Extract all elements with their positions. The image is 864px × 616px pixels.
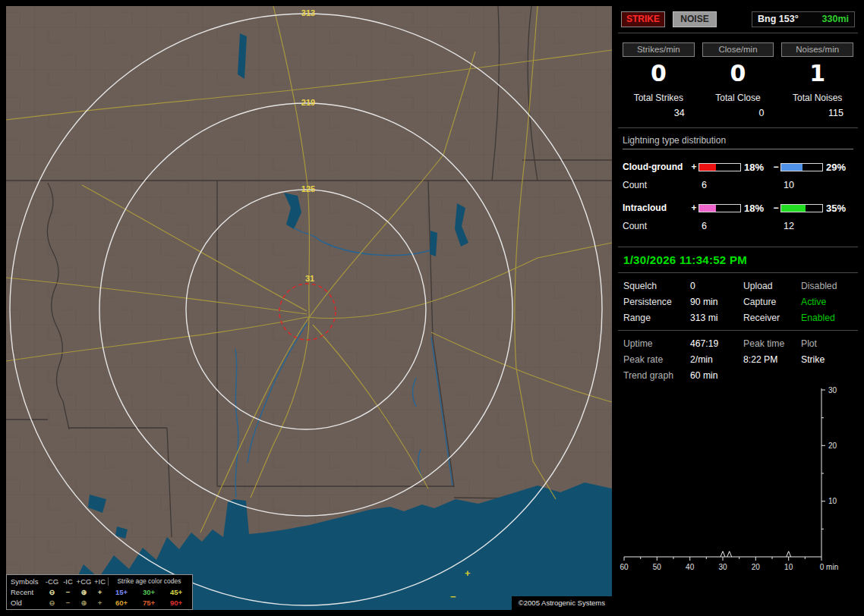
legend-old-row: Old ⊖ − ⊕ + 60+ 75+ 90+: [11, 599, 188, 607]
strikes-per-min-label: Strikes/min: [623, 42, 695, 57]
range-ring-label-125: 125: [301, 184, 315, 193]
total-strikes-value: 34: [623, 108, 695, 118]
peak-rate-label: Peak rate: [623, 354, 690, 365]
bearing-range-value: 330mi: [822, 14, 849, 24]
datetime-readout: 1/30/2026 11:34:52 PM: [618, 247, 858, 273]
bearing-readout: Bng 153° 330mi: [752, 11, 855, 27]
cg-positive-pct: 18%: [741, 162, 771, 173]
ic-negative-bar: [780, 204, 823, 212]
cg-positive-count: 6: [698, 180, 741, 190]
legend-col-neg-cg: -CG: [44, 577, 60, 586]
receiver-status: Enabled: [801, 313, 853, 323]
ic-positive-count: 6: [698, 221, 741, 231]
total-close-label: Total Close: [702, 93, 774, 103]
cloud-ground-row: Cloud-ground + 18% − 29%: [623, 158, 853, 176]
trend-x-tick-label: 50: [653, 563, 662, 571]
noises-per-min-value: 1: [781, 60, 853, 86]
count-label: Count: [623, 221, 689, 231]
trend-tick-marks: [624, 390, 825, 561]
trend-x-tick-label: 20: [752, 563, 761, 571]
neg-cg-symbol: ⊖: [44, 588, 60, 596]
total-close-value: 0: [702, 108, 774, 118]
cloud-ground-count-row: Count 6 10: [623, 176, 853, 194]
trend-y-tick-label: 10: [828, 497, 837, 505]
age-code-90: 90+: [162, 599, 190, 607]
trend-x-tick-label: 30: [718, 563, 727, 571]
stats-section: Uptime 467:19 Peak time Plot Peak rate 2…: [618, 331, 858, 384]
trend-y-tick-label: 30: [828, 386, 837, 394]
legend-col-neg-ic: -IC: [60, 577, 76, 586]
capture-status: Active: [801, 297, 853, 307]
neg-ic-symbol: −: [60, 588, 76, 596]
age-code-60: 60+: [108, 599, 135, 607]
counter-strikes: Strikes/min 0 Total Strikes 34: [623, 42, 695, 118]
plot-label: Plot: [801, 338, 853, 349]
legend-recent-label: Recent: [11, 588, 44, 596]
bearing-value: Bng 153°: [758, 14, 799, 24]
trend-axes: [624, 388, 821, 557]
plus-sign: +: [689, 203, 698, 213]
legend-symbols-header: Symbols: [11, 577, 44, 586]
pos-ic-symbol: +: [92, 588, 108, 596]
strikes-per-min-value: 0: [623, 60, 695, 86]
trend-x-tick-label: 60: [620, 563, 629, 571]
trend-graph-window: 60 min: [690, 370, 743, 381]
uptime-label: Uptime: [623, 338, 690, 349]
age-code-45: 45+: [162, 588, 190, 596]
rate-counters: Strikes/min 0 Total Strikes 34 Close/min…: [618, 33, 858, 124]
cg-negative-bar-fill: [781, 164, 803, 171]
neg-ic-symbol-old: −: [60, 599, 76, 607]
pos-cg-symbol-old: ⊕: [76, 599, 92, 607]
upload-label: Upload: [743, 281, 801, 291]
age-code-75: 75+: [135, 599, 162, 607]
intracloud-label: Intracloud: [623, 203, 689, 213]
cg-negative-count: 10: [780, 180, 823, 190]
trend-y-tick-label: 20: [828, 442, 837, 450]
intracloud-count-row: Count 6 12: [623, 217, 853, 235]
distribution-heading: Lightning type distribution: [623, 135, 853, 149]
minus-sign: −: [771, 162, 780, 172]
cloud-ground-label: Cloud-ground: [623, 162, 689, 172]
ic-positive-bar-fill: [699, 205, 716, 212]
map-area[interactable]: 313 219 125 31 + − Symbols -CG -IC +CG +…: [6, 6, 612, 610]
indicator-bar: STRIKE NOISE Bng 153° 330mi: [618, 6, 858, 33]
trend-graph: 6050403020100 min102030: [618, 384, 858, 590]
strike-indicator-button[interactable]: STRIKE: [621, 11, 665, 27]
cg-negative-pct: 29%: [823, 162, 850, 173]
noise-indicator-button[interactable]: NOISE: [673, 11, 717, 27]
total-strikes-label: Total Strikes: [623, 93, 695, 103]
total-noises-label: Total Noises: [781, 93, 853, 103]
status-panel: STRIKE NOISE Bng 153° 330mi Strikes/min …: [618, 6, 858, 610]
range-ring-label-31: 31: [305, 274, 314, 283]
map-legend: Symbols -CG -IC +CG +IC Strike age color…: [6, 574, 193, 610]
ic-positive-pct: 18%: [741, 203, 771, 214]
cg-positive-bar: [698, 163, 741, 171]
persistence-label: Persistence: [623, 297, 690, 307]
peak-time-label: Peak time: [743, 338, 801, 349]
legend-age-header: Strike age color codes: [108, 577, 190, 586]
plot-value: Strike: [801, 354, 853, 365]
legend-header-row: Symbols -CG -IC +CG +IC Strike age color…: [11, 577, 188, 586]
neg-cg-symbol-old: ⊖: [44, 599, 60, 607]
range-value: 313 mi: [690, 313, 743, 323]
age-code-15: 15+: [108, 588, 135, 596]
range-ring-label-313: 313: [301, 8, 315, 17]
intracloud-group: Intracloud + 18% − 35% Count 6 12: [623, 199, 853, 235]
copyright-notice: ©2005 Astrogenic Systems: [512, 596, 612, 610]
close-per-min-value: 0: [702, 60, 774, 86]
map-canvas: 313 219 125 31: [6, 6, 612, 610]
minus-sign: −: [771, 203, 780, 213]
settings-section: Squelch 0 Upload Disabled Persistence 90…: [618, 273, 858, 331]
upload-status: Disabled: [801, 281, 853, 291]
pos-ic-symbol-old: +: [92, 599, 108, 607]
receiver-label: Receiver: [743, 313, 801, 323]
plus-sign: +: [689, 162, 698, 172]
lightning-distribution-section: Lightning type distribution Cloud-ground…: [618, 127, 858, 243]
close-per-min-label: Close/min: [702, 42, 774, 57]
range-label: Range: [623, 313, 690, 323]
counter-noises: Noises/min 1 Total Noises 115: [781, 42, 853, 118]
trend-graph-label: Trend graph: [623, 370, 690, 381]
range-ring-label-219: 219: [301, 98, 315, 107]
trend-x-tick-label: 10: [784, 563, 793, 571]
count-label: Count: [623, 180, 689, 190]
